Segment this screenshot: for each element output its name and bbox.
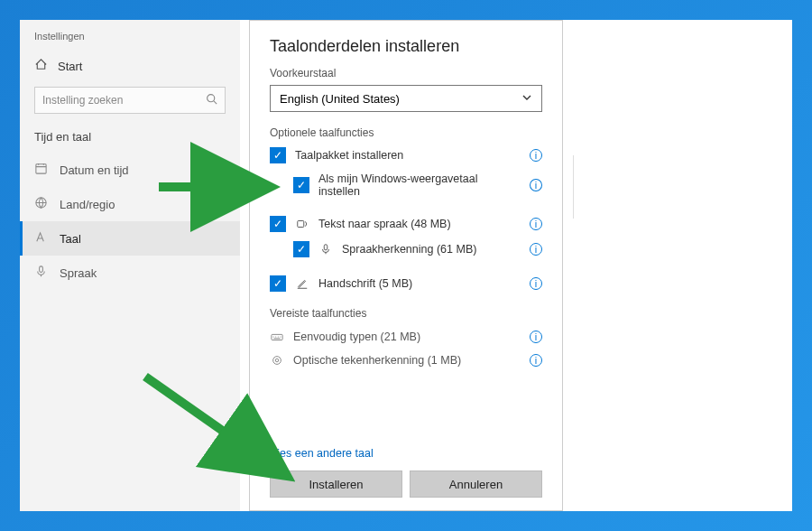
checkbox-checked-icon[interactable]: ✓ <box>270 147 286 163</box>
info-icon[interactable]: i <box>530 277 542 290</box>
sidebar-item-speech[interactable]: Spraak <box>20 256 240 290</box>
required-features-heading: Vereiste taalfuncties <box>270 307 542 320</box>
install-button[interactable]: Installeren <box>270 470 402 498</box>
required-basic-typing: Eenvoudig typen (21 MB) i <box>270 325 542 349</box>
option-label: Als mijn Windows-weergavetaal instellen <box>318 172 521 198</box>
search-placeholder: Instelling zoeken <box>42 94 123 107</box>
optional-features-heading: Optionele taalfuncties <box>270 126 542 139</box>
required-label: Optische tekenherkenning (1 MB) <box>293 354 461 367</box>
svg-point-7 <box>273 357 281 365</box>
svg-rect-1 <box>36 164 46 173</box>
dialog-title: Taalonderdelen installeren <box>270 37 542 56</box>
home-icon <box>34 58 49 74</box>
required-label: Eenvoudig typen (21 MB) <box>293 331 420 343</box>
svg-rect-5 <box>324 245 328 250</box>
cancel-button[interactable]: Annuleren <box>410 470 542 498</box>
option-label: Spraakherkenning (61 MB) <box>342 243 476 256</box>
sidebar-item-label: Datum en tijd <box>60 163 129 177</box>
microphone-icon <box>318 243 333 256</box>
option-install-language-pack[interactable]: ✓ Taalpakket installeren i <box>270 144 542 166</box>
section-heading: Tijd en taal <box>20 126 240 153</box>
calendar-icon <box>34 162 49 178</box>
globe-icon <box>34 196 49 212</box>
install-language-dialog: Taalonderdelen installeren Voorkeurstaal… <box>249 20 563 511</box>
info-icon[interactable]: i <box>530 331 542 343</box>
sidebar-item-label: Spraak <box>60 266 97 280</box>
option-label: Taalpakket installeren <box>295 149 403 162</box>
checkbox-checked-icon[interactable]: ✓ <box>270 275 286 292</box>
tts-icon <box>295 218 309 230</box>
search-input[interactable]: Instelling zoeken <box>34 87 226 114</box>
svg-rect-4 <box>298 221 304 228</box>
preferred-language-select[interactable]: English (United States) <box>270 85 542 112</box>
sidebar-item-region[interactable]: Land/regio <box>20 187 240 221</box>
info-icon[interactable]: i <box>530 149 542 162</box>
option-label: Handschrift (5 MB) <box>318 277 412 290</box>
chevron-down-icon <box>521 92 532 106</box>
svg-point-0 <box>208 95 215 102</box>
option-handwriting[interactable]: ✓ Handschrift (5 MB) i <box>270 273 542 294</box>
handwriting-icon <box>295 277 309 290</box>
preferred-language-value: English (United States) <box>280 92 400 106</box>
required-ocr: Optische tekenherkenning (1 MB) i <box>270 349 542 372</box>
checkbox-checked-icon[interactable]: ✓ <box>270 216 286 232</box>
sidebar-item-date-time[interactable]: Datum en tijd <box>20 153 240 187</box>
sidebar-item-label: Land/regio <box>60 198 115 211</box>
app-title: Instellingen <box>20 31 240 51</box>
underlying-panel-edge <box>563 155 574 219</box>
checkbox-checked-icon[interactable]: ✓ <box>293 241 309 257</box>
sidebar-item-label: Taal <box>60 232 81 246</box>
language-a-icon <box>34 230 49 247</box>
info-icon[interactable]: i <box>530 218 542 230</box>
info-icon[interactable]: i <box>530 354 542 367</box>
info-icon[interactable]: i <box>530 243 542 256</box>
main-area: Taalonderdelen installeren Voorkeurstaal… <box>240 20 792 511</box>
keyboard-icon <box>270 331 284 343</box>
option-text-to-speech[interactable]: ✓ Tekst naar spraak (48 MB) i <box>270 213 542 235</box>
info-icon[interactable]: i <box>530 179 542 191</box>
svg-point-8 <box>275 359 279 362</box>
home-button[interactable]: Start <box>20 51 240 81</box>
preferred-language-label: Voorkeurstaal <box>270 67 542 79</box>
svg-rect-3 <box>40 266 43 273</box>
option-set-display-language[interactable]: ✓ Als mijn Windows-weergavetaal instelle… <box>270 170 542 200</box>
search-icon <box>206 93 217 107</box>
option-label: Tekst naar spraak (48 MB) <box>318 218 451 230</box>
home-label: Start <box>58 60 82 73</box>
settings-window: — ▢ ✕ Instellingen Start Instelling zoek… <box>20 20 792 511</box>
sidebar: Instellingen Start Instelling zoeken Tij… <box>20 20 240 511</box>
microphone-icon <box>34 265 49 281</box>
option-speech-recognition[interactable]: ✓ Spraakherkenning (61 MB) i <box>270 238 542 260</box>
checkbox-checked-icon[interactable]: ✓ <box>293 177 309 193</box>
ocr-icon <box>270 354 284 367</box>
choose-another-language-link[interactable]: Kies een andere taal <box>270 447 542 460</box>
sidebar-item-language[interactable]: Taal <box>20 221 240 256</box>
